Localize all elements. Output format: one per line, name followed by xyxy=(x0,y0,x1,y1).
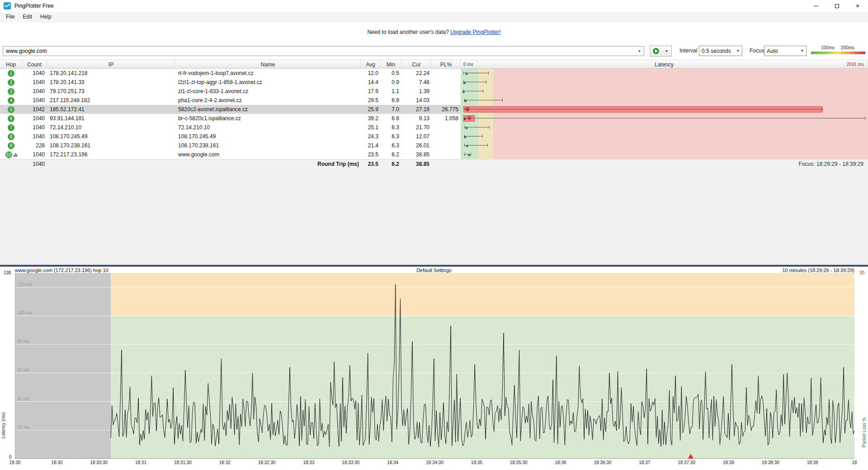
svg-text:40 ms: 40 ms xyxy=(17,396,29,401)
legend-gradient-bar xyxy=(811,52,865,54)
count-cell: 1042 xyxy=(22,105,47,114)
x-tick-label: 18:35 xyxy=(471,460,482,465)
count-cell: 1040 xyxy=(22,132,47,141)
menu-help[interactable]: Help xyxy=(36,12,56,21)
cur-cell: 21.70 xyxy=(401,123,432,132)
table-rows: 11040178.20.141.218rt-fr-vodojem-1-loop7… xyxy=(0,69,868,159)
x-tick-label: 18:37 xyxy=(639,460,650,465)
target-combo: ▼ xyxy=(3,46,644,56)
x-tick-label: 18:35:30 xyxy=(510,460,528,465)
cur-cell: 27.19 xyxy=(401,105,432,114)
hostname-cell: 72.14.210.10 xyxy=(175,123,361,132)
x-tick-label: 18:37:30 xyxy=(678,460,695,465)
table-row[interactable]: 9228108.170.238.161108.170.238.16121.46.… xyxy=(0,141,868,150)
current-marker-icon: × xyxy=(464,97,467,105)
count-cell: 1040 xyxy=(22,150,47,159)
hostname-cell: www.google.com xyxy=(175,150,361,159)
ip-cell: 178.20.141.33 xyxy=(47,78,175,87)
svg-text:20 ms: 20 ms xyxy=(17,425,29,430)
x-tick-label: 18:39 xyxy=(807,460,818,465)
x-tick-label: 18:33:30 xyxy=(342,460,359,465)
col-header-cur[interactable]: Cur xyxy=(401,60,432,69)
hostname-cell: 108.170.245.49 xyxy=(175,132,361,141)
latency-timeline-chart[interactable]: 20 ms40 ms60 ms80 ms100 ms120 ms xyxy=(15,273,854,459)
cur-cell: 26.01 xyxy=(401,141,432,150)
app-icon xyxy=(4,2,11,9)
start-trace-button[interactable] xyxy=(650,46,662,56)
loss-marker-icon xyxy=(466,107,469,111)
col-header-pl[interactable]: PL% xyxy=(432,60,461,69)
graphed-hop-icon xyxy=(14,152,17,157)
target-input[interactable] xyxy=(3,46,644,56)
start-trace-dropdown[interactable]: ▼ xyxy=(662,46,672,56)
hop-number-badge: 5 xyxy=(8,106,14,113)
min-cell: 6.9 xyxy=(381,96,401,105)
x-tick-label: 18:34 xyxy=(387,460,398,465)
timeline-settings-label: Default Settings xyxy=(0,268,868,273)
window-title: PingPlotter Free xyxy=(14,3,54,9)
packet-loss-cell xyxy=(432,150,461,159)
table-row[interactable]: 6104093.91.144.181br-c-5820c1.ispallianc… xyxy=(0,114,868,123)
table-row[interactable]: 41040217.115.248.182pha1-core-2-4-2.avon… xyxy=(0,96,868,105)
interval-select[interactable]: 0.5 seconds ▼ xyxy=(699,46,742,56)
range-max-tick xyxy=(487,144,488,147)
hop-cell: 6 xyxy=(0,114,22,123)
col-header-avg[interactable]: Avg xyxy=(361,60,381,69)
range-max-tick xyxy=(486,80,486,84)
table-row[interactable]: 3104079.170.251.73zl1-zl-core-1-833-1.av… xyxy=(0,87,868,96)
range-line xyxy=(464,100,502,100)
col-header-count[interactable]: Count xyxy=(22,60,47,69)
hostname-cell: 108.170.238.161 xyxy=(175,141,361,150)
col-header-min[interactable]: Min xyxy=(381,60,401,69)
range-max-tick xyxy=(483,89,483,93)
close-button[interactable]: × xyxy=(847,0,868,12)
cur-cell: 9.13 xyxy=(401,114,432,123)
x-tick-label: 18:31 xyxy=(135,460,146,465)
latency-whisker-cell: × xyxy=(461,114,868,123)
interval-label: Interval xyxy=(679,47,697,54)
range-max-tick xyxy=(471,153,471,156)
focus-select[interactable]: Auto ▼ xyxy=(764,46,807,56)
table-row[interactable]: 101040172.217.23.196www.google.com23.56.… xyxy=(0,150,868,159)
col-header-hop[interactable]: Hop xyxy=(0,60,22,69)
upgrade-link[interactable]: Upgrade PingPlotter! xyxy=(450,29,500,35)
count-cell: 1040 xyxy=(22,123,47,132)
play-icon xyxy=(652,47,660,55)
toolbar: ▼ ▼ Interval 0.5 seconds ▼ Focus Auto ▼ … xyxy=(0,45,868,60)
col-header-latency[interactable]: 0 ms Latency 2691 ms xyxy=(461,60,868,69)
ip-cell: 217.115.248.182 xyxy=(47,96,175,105)
round-trip-row: 1040 Round Trip (ms) 23.5 6.2 38.85 Focu… xyxy=(0,159,868,169)
packet-loss-cell xyxy=(432,87,461,96)
table-row[interactable]: 11040178.20.141.218rt-fr-vodojem-1-loop7… xyxy=(0,69,868,78)
col-header-ip[interactable]: IP xyxy=(47,60,175,69)
table-row[interactable]: 21040178.20.141.33l2zl1-zl-top-aggr-1-85… xyxy=(0,78,868,87)
table-row[interactable]: 51042185.52.172.415820c2-avonet.ispallia… xyxy=(0,105,868,114)
hop-cell: 2 xyxy=(0,78,22,87)
table-row[interactable]: 7104072.14.210.1072.14.210.1025.16.321.7… xyxy=(0,123,868,132)
hop-number-badge: 9 xyxy=(8,142,14,149)
packet-loss-cell xyxy=(432,132,461,141)
ip-cell: 72.14.210.10 xyxy=(47,123,175,132)
minimize-button[interactable] xyxy=(806,0,826,12)
ip-cell: 79.170.251.73 xyxy=(47,87,175,96)
current-marker-icon: × xyxy=(468,151,471,159)
x-axis: 29:3018:3018:30:3018:3118:31:3018:3218:3… xyxy=(0,460,868,466)
range-min-tick xyxy=(464,126,465,129)
avg-cell: 12.0 xyxy=(361,69,381,78)
avg-cell: 23.5 xyxy=(361,150,381,159)
packet-loss-cell xyxy=(432,141,461,150)
latency-whisker-cell: × xyxy=(461,96,868,105)
count-cell: 1040 xyxy=(22,78,47,87)
target-combo-arrow-icon[interactable]: ▼ xyxy=(636,47,643,55)
col-header-name[interactable]: Name xyxy=(175,60,361,69)
table-row[interactable]: 81040108.170.245.49108.170.245.4924.36.3… xyxy=(0,132,868,141)
latency-scale-zero: 0 ms xyxy=(463,60,473,69)
loss-marker-icon xyxy=(467,116,471,120)
menu-file[interactable]: File xyxy=(2,12,19,21)
ip-cell: 108.170.245.49 xyxy=(47,132,175,141)
hop-cell: 1 xyxy=(0,69,22,78)
menu-edit[interactable]: Edit xyxy=(19,12,36,21)
cur-cell: 38.85 xyxy=(401,150,432,159)
packet-loss-cell xyxy=(432,123,461,132)
maximize-button[interactable] xyxy=(826,0,847,12)
